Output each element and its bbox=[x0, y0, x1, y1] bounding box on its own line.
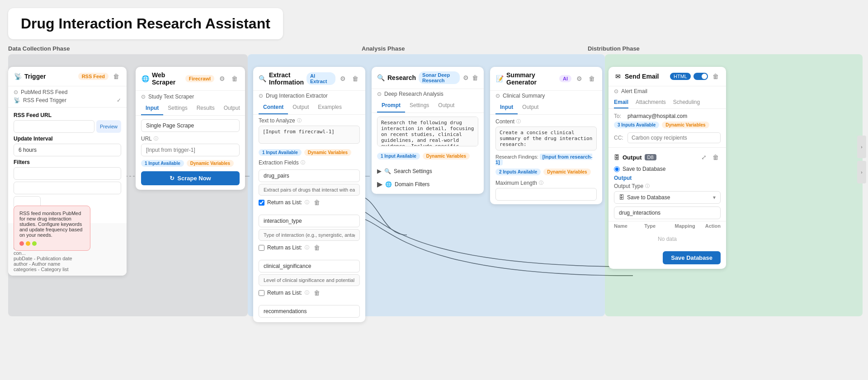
tab-settings[interactable]: Settings bbox=[163, 102, 192, 115]
extract-tab-content[interactable]: Content bbox=[259, 101, 288, 114]
research-badges: 1 Input Available Dynamic Variables bbox=[372, 150, 484, 162]
no-data-label: No data bbox=[609, 230, 726, 248]
return-info-2: ⓘ bbox=[305, 244, 309, 251]
summary-delete-icon[interactable]: 🗑 bbox=[587, 74, 597, 84]
col-name: Name bbox=[614, 223, 641, 229]
extract-dynamic-badge: Dynamic Variables bbox=[304, 149, 351, 156]
extract-tab-output[interactable]: Output bbox=[288, 101, 313, 114]
field-drug-pairs: Return as List: ⓘ 🗑 bbox=[253, 167, 365, 212]
output-section-row: 🗄 Output D8 ⤢ 🗑 bbox=[609, 150, 726, 165]
scroll-right-btn2[interactable]: › bbox=[857, 161, 866, 183]
webscraper-badge: Firecrawl bbox=[185, 75, 214, 82]
extract-delete-icon[interactable]: 🗑 bbox=[350, 74, 360, 84]
output-section-header: Output bbox=[609, 174, 726, 182]
research-input-badge: 1 Input Available bbox=[377, 153, 420, 160]
field-name-recommendations[interactable] bbox=[259, 305, 360, 318]
field-desc-drug-pairs[interactable] bbox=[259, 184, 360, 196]
extract-tab-examples[interactable]: Examples bbox=[313, 101, 346, 114]
db-name-select[interactable]: drug_interactions bbox=[614, 206, 721, 219]
return-list-checkbox-2[interactable] bbox=[259, 245, 264, 251]
url-input[interactable] bbox=[141, 144, 240, 156]
save-db-radio[interactable] bbox=[614, 166, 620, 172]
preview-button[interactable]: Preview bbox=[96, 120, 121, 133]
scrape-type-select[interactable]: Single Page Scrape bbox=[141, 119, 240, 132]
field-desc-interaction[interactable] bbox=[259, 229, 360, 241]
email-tab-email[interactable]: Email bbox=[614, 99, 628, 108]
extract-badge: AI Extract bbox=[307, 72, 335, 85]
tab-output[interactable]: Output bbox=[219, 102, 245, 115]
research-tab-settings[interactable]: Settings bbox=[405, 99, 434, 113]
field-name-drug-pairs[interactable] bbox=[259, 169, 360, 182]
dynamic-variables-badge: Dynamic Variables bbox=[187, 160, 234, 167]
rss-url-input[interactable]: https://pubmed.ncbi.nlm.nih.gov/rss/ bbox=[14, 120, 94, 133]
webscraper-sub-row: ⊙ Study Text Scraper bbox=[136, 91, 245, 102]
max-length-input[interactable] bbox=[495, 188, 597, 201]
output-expand-icon[interactable]: ⤢ bbox=[699, 152, 709, 162]
summary-tab-output[interactable]: Output bbox=[518, 101, 543, 114]
email-badges: 3 Inputs Available Dynamic Variables bbox=[609, 121, 726, 131]
extract-sub-name: Drug Interaction Extractor bbox=[266, 93, 328, 99]
email-tab-attachments[interactable]: Attachments bbox=[636, 99, 666, 108]
interval-select[interactable]: 6 hours bbox=[14, 144, 121, 156]
webscraper-header: 🌐 Web Scraper Firecrawl ⚙ 🗑 bbox=[136, 67, 245, 91]
field-name-interaction[interactable] bbox=[259, 215, 360, 227]
trigger-name: RSS Feed Trigger bbox=[23, 97, 66, 103]
webscraper-tabs: Input Settings Results Output bbox=[136, 102, 245, 116]
research-prompt-textarea[interactable]: Research the following drug interaction … bbox=[377, 117, 478, 146]
domain-filters-row[interactable]: ▶ 🌐 Domain Filters bbox=[377, 177, 478, 191]
fields-info-icon: ⓘ bbox=[301, 160, 305, 166]
webscraper-settings-icon[interactable]: ⚙ bbox=[217, 74, 227, 84]
webscraper-delete-icon[interactable]: 🗑 bbox=[230, 74, 240, 84]
delete-field-3[interactable]: 🗑 bbox=[312, 288, 322, 298]
research-badge: Sonar Deep Research bbox=[419, 71, 460, 84]
save-db-check-row: Save to Database bbox=[609, 165, 726, 174]
scrape-now-button[interactable]: ↻ Scrape Now bbox=[141, 171, 240, 185]
dot-yellow bbox=[26, 241, 30, 246]
return-list-label-2: Return as List: bbox=[267, 244, 302, 251]
scrape-btn-label: Scrape Now bbox=[177, 175, 211, 182]
extract-icon: 🔍 bbox=[259, 75, 266, 83]
summary-content-textarea[interactable]: Create a concise clinical summary of the… bbox=[495, 127, 597, 150]
summary-title: Summary Generator bbox=[506, 71, 557, 86]
filter2-input[interactable]: clinical significance bbox=[14, 182, 121, 194]
field-clinical-sig: Return as List: ⓘ 🗑 bbox=[253, 257, 365, 302]
extract-title: Extract Information bbox=[269, 71, 304, 86]
summary-header: 📝 Summary Generator AI ⚙ 🗑 bbox=[490, 67, 602, 91]
extract-header: 🔍 Extract Information AI Extract ⚙ 🗑 bbox=[253, 67, 365, 91]
email-toggle[interactable] bbox=[693, 73, 708, 80]
url-info-icon: ⓘ bbox=[154, 136, 158, 142]
col-mapping: Mapping bbox=[675, 223, 702, 229]
summary-badge: AI bbox=[559, 75, 571, 82]
research-tab-output[interactable]: Output bbox=[434, 99, 459, 113]
email-dynamic-badge: Dynamic Variables bbox=[662, 122, 709, 128]
trigger-delete-icon[interactable]: 🗑 bbox=[111, 71, 121, 81]
field-name-clinical[interactable] bbox=[259, 260, 360, 272]
research-settings-icon[interactable]: ⚙ bbox=[462, 73, 469, 83]
email-tab-scheduling[interactable]: Scheduling bbox=[673, 99, 700, 108]
filter1-input[interactable]: drug interaction bbox=[14, 167, 121, 180]
content-info: ⓘ bbox=[516, 118, 521, 125]
research-tab-prompt[interactable]: Prompt bbox=[377, 99, 405, 113]
output-section-label: Output bbox=[623, 154, 642, 161]
return-list-checkbox-1[interactable] bbox=[259, 200, 264, 206]
summary-settings-icon[interactable]: ⚙ bbox=[574, 74, 584, 84]
tab-input[interactable]: Input bbox=[141, 102, 163, 115]
save-database-button[interactable]: Save Database bbox=[663, 251, 721, 264]
extract-settings-icon[interactable]: ⚙ bbox=[338, 74, 348, 84]
research-delete-icon[interactable]: 🗑 bbox=[472, 73, 479, 83]
field-desc-clinical[interactable] bbox=[259, 274, 360, 286]
search-settings-row[interactable]: ▶ 🔍 Search Settings bbox=[377, 165, 478, 177]
research-findings-tag: [Input from research-1] bbox=[495, 154, 592, 165]
research-icon: 🔍 bbox=[377, 74, 385, 82]
cc-input[interactable] bbox=[627, 132, 721, 143]
tab-results[interactable]: Results bbox=[192, 102, 219, 115]
output-delete-icon[interactable]: 🗑 bbox=[711, 152, 721, 162]
summary-tab-input[interactable]: Input bbox=[495, 101, 518, 114]
email-delete-icon[interactable]: 🗑 bbox=[711, 71, 721, 81]
delete-field-1[interactable]: 🗑 bbox=[312, 197, 322, 207]
delete-field-2[interactable]: 🗑 bbox=[312, 243, 322, 253]
output-type-info: ⓘ bbox=[645, 183, 650, 189]
scroll-right-btn[interactable]: › bbox=[857, 136, 866, 158]
return-list-checkbox-3[interactable] bbox=[259, 290, 264, 296]
text-analyze-input[interactable]: [Input from firecrawl-1] bbox=[259, 126, 360, 144]
